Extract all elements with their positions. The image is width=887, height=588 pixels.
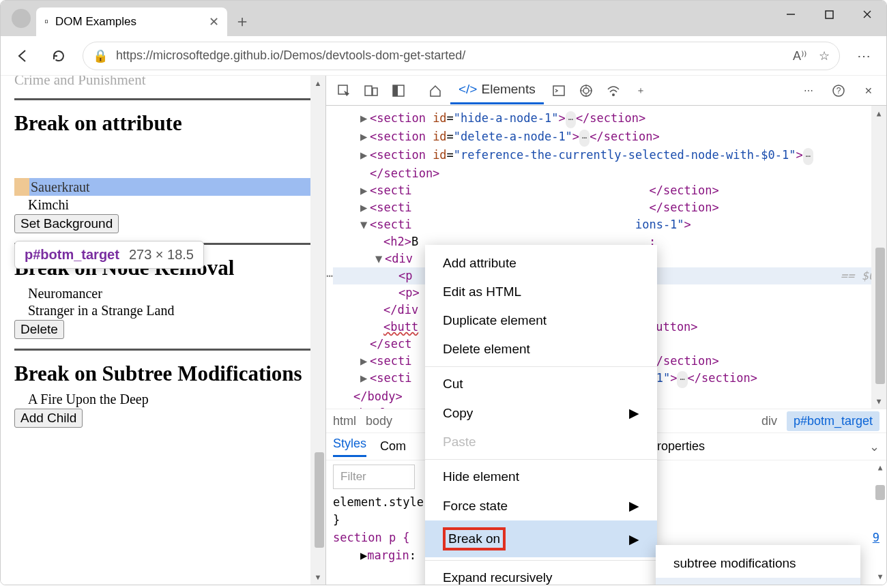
crumb-html[interactable]: html — [333, 414, 356, 428]
profile-avatar[interactable] — [12, 9, 31, 28]
minimize-button[interactable] — [772, 1, 810, 28]
ellipsis-icon[interactable]: ⋯ — [803, 148, 813, 165]
address-bar[interactable]: 🔒 https://microsoftedge.github.io/Demos/… — [83, 42, 840, 70]
read-aloud-icon[interactable]: A⁾⁾ — [793, 48, 806, 63]
menu-delete-element[interactable]: Delete element — [425, 335, 657, 364]
menu-break-on[interactable]: Break on▶ — [425, 520, 657, 557]
page-content: Crime and Punishment Break on attribute … — [1, 76, 325, 585]
chevron-down-icon[interactable]: ⌄ — [869, 439, 879, 454]
toolbar: 🔒 https://microsoftedge.github.io/Demos/… — [1, 36, 886, 76]
crumb-target[interactable]: p#botm_target — [787, 411, 879, 431]
scroll-down-arrow[interactable]: ▼ — [873, 570, 886, 585]
tooltip-selector: p#botm_target — [25, 247, 119, 263]
styles-scrollbar[interactable]: ▲ ▼ — [873, 460, 886, 585]
device-icon[interactable] — [359, 78, 383, 103]
svg-rect-6 — [373, 88, 377, 95]
list-item: Stranger in a Strange Land — [14, 303, 312, 319]
tab-title: DOM Examples — [55, 15, 136, 29]
menu-copy[interactable]: Copy▶ — [425, 398, 657, 428]
collapse-icon[interactable]: ▼ — [375, 250, 385, 267]
highlighted-element[interactable]: Sauerkraut — [14, 178, 312, 196]
lock-icon: 🔒 — [93, 48, 108, 63]
dom-tag: <section — [370, 111, 426, 125]
set-background-button[interactable]: Set Background — [14, 214, 119, 233]
browser-tab[interactable]: ▫ DOM Examples ✕ — [36, 8, 227, 36]
list-item: Kimchi — [14, 197, 312, 213]
scroll-up-arrow[interactable]: ▲ — [873, 460, 886, 475]
network-icon[interactable] — [601, 78, 626, 103]
expand-icon[interactable]: ▶ — [360, 128, 370, 145]
more-tools-icon[interactable]: ⋯ — [796, 78, 821, 103]
highlighted-break-on: Break on — [443, 527, 506, 550]
expand-icon[interactable]: ▶ — [360, 353, 370, 370]
tab-styles[interactable]: Styles — [333, 437, 366, 457]
scroll-thumb[interactable] — [315, 452, 324, 548]
submenu-subtree[interactable]: subtree modifications — [656, 549, 860, 578]
menu-edit-html[interactable]: Edit as HTML — [425, 278, 657, 306]
tab-computed[interactable]: Com — [380, 439, 406, 454]
delete-button[interactable]: Delete — [14, 320, 64, 339]
refresh-button[interactable] — [47, 44, 70, 68]
dom-scrollbar[interactable]: ▲ ▼ — [871, 106, 886, 409]
more-tabs-icon[interactable]: ＋ — [628, 78, 653, 103]
scroll-up-arrow[interactable]: ▲ — [310, 76, 325, 91]
inspect-icon[interactable] — [332, 78, 356, 103]
url-text: https://microsoftedge.github.io/Demos/de… — [116, 48, 465, 63]
back-button[interactable] — [12, 44, 35, 68]
css-property: margin — [367, 548, 409, 562]
expand-icon[interactable]: ▶ — [360, 199, 370, 216]
expand-icon[interactable]: ▶ — [360, 110, 370, 127]
maximize-button[interactable] — [810, 1, 848, 28]
expand-icon[interactable]: ▶ — [360, 370, 370, 387]
expand-icon[interactable]: ▶ — [360, 182, 370, 199]
close-devtools-icon[interactable]: ✕ — [856, 78, 881, 103]
scroll-down-arrow[interactable]: ▼ — [871, 394, 886, 409]
context-menu: Add attribute Edit as HTML Duplicate ele… — [425, 245, 657, 585]
menu-hide-element[interactable]: Hide element — [425, 462, 657, 491]
menu-force-state[interactable]: Force state▶ — [425, 491, 657, 520]
page-scrollbar[interactable]: ▲ ▼ — [310, 76, 325, 585]
add-child-button[interactable]: Add Child — [14, 409, 83, 428]
crumb-div[interactable]: div — [761, 414, 777, 428]
scroll-thumb[interactable] — [875, 248, 885, 384]
ellipsis-icon[interactable]: ⋯ — [677, 371, 687, 388]
favorite-icon[interactable]: ☆ — [819, 48, 830, 63]
close-tab-icon[interactable]: ✕ — [209, 14, 219, 29]
collapse-icon[interactable]: ▼ — [360, 216, 370, 233]
padding-overlay — [14, 178, 29, 196]
chevron-right-icon: ▶ — [629, 405, 639, 421]
menu-separator — [425, 459, 657, 460]
tab-elements-label: Elements — [481, 82, 535, 97]
ellipsis-icon[interactable]: ⋯ — [566, 111, 576, 128]
crumb-body[interactable]: body — [366, 414, 392, 428]
row-menu-icon[interactable]: ⋯ — [326, 267, 333, 284]
break-on-submenu: subtree modifications attribute modifica… — [656, 545, 860, 585]
menu-expand-recursively[interactable]: Expand recursively — [425, 563, 657, 585]
svg-rect-8 — [393, 85, 398, 96]
submenu-attribute[interactable]: attribute modifications — [656, 578, 860, 585]
selected-node[interactable]: <p — [398, 269, 412, 282]
divider — [14, 349, 312, 351]
ellipsis-icon[interactable]: ⋯ — [579, 130, 590, 147]
expand-icon[interactable]: ▶ — [360, 147, 370, 164]
page-icon: ▫ — [44, 15, 48, 29]
scroll-up-arrow[interactable]: ▲ — [871, 106, 886, 121]
welcome-icon[interactable] — [423, 78, 448, 103]
filter-input[interactable]: Filter — [333, 465, 415, 489]
sources-icon[interactable] — [574, 78, 598, 103]
close-window-button[interactable] — [848, 1, 886, 28]
dollar-zero-hint: == $0 — [841, 267, 875, 284]
menu-cut[interactable]: Cut — [425, 370, 657, 398]
scroll-down-arrow[interactable]: ▼ — [310, 570, 325, 585]
menu-button[interactable]: ⋯ — [852, 44, 875, 68]
menu-duplicate[interactable]: Duplicate element — [425, 306, 657, 335]
scroll-thumb[interactable] — [875, 485, 885, 500]
new-tab-button[interactable]: ＋ — [227, 6, 257, 36]
help-icon[interactable]: ? — [826, 78, 851, 103]
menu-add-attribute[interactable]: Add attribute — [425, 249, 657, 278]
dock-icon[interactable] — [386, 78, 411, 103]
content-overlay: Sauerkraut — [29, 178, 312, 196]
console-icon[interactable] — [547, 78, 571, 103]
tab-elements[interactable]: </> Elements — [450, 76, 544, 104]
tab-properties[interactable]: Properties — [649, 439, 705, 454]
